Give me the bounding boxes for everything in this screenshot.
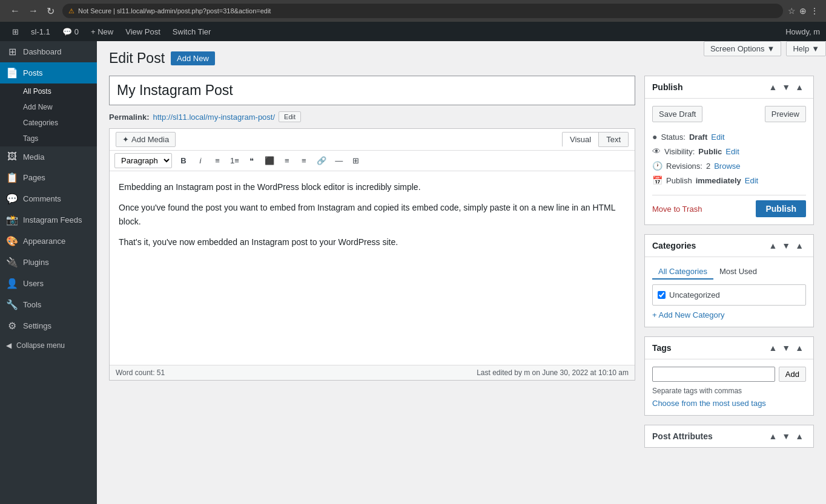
align-left-button[interactable]: ⬛ <box>261 154 278 168</box>
screen-options-button[interactable]: Screen Options ▼ <box>704 41 781 56</box>
instagram-icon: 📸 <box>6 214 18 226</box>
link-button[interactable]: 🔗 <box>313 154 330 168</box>
align-right-button[interactable]: ≡ <box>296 154 312 168</box>
screen-options-chevron-icon: ▼ <box>767 44 775 53</box>
italic-button[interactable]: i <box>193 154 208 168</box>
publish-actions: Save Draft Preview <box>652 106 806 122</box>
choose-tags-link[interactable]: Choose from the most used tags <box>652 399 766 408</box>
tags-toggle-down[interactable]: ▼ <box>779 342 793 354</box>
permalink-link[interactable]: http://sl11.local/my-instagram-post/ <box>153 113 275 122</box>
sidebar-panels: Publish ▲ ▼ ▲ Save Draft Preview ● <box>644 76 814 457</box>
publish-status-row: ● Status: Draft Edit <box>652 129 806 144</box>
revisions-value: 2 <box>706 162 710 171</box>
page-title: Edit Post <box>109 50 165 67</box>
categories-box-body: All Categories Most Used Uncategorized +… <box>645 257 813 327</box>
sidebar-item-plugins[interactable]: 🔌 Plugins <box>0 252 97 273</box>
categories-toggle-up[interactable]: ▲ <box>766 240 779 252</box>
more-button[interactable]: — <box>331 154 347 168</box>
refresh-button[interactable]: ↻ <box>44 4 58 18</box>
ordered-list-button[interactable]: 1≡ <box>226 154 243 168</box>
publish-timing-edit[interactable]: Edit <box>745 176 758 185</box>
publish-box-toggle-collapse[interactable]: ▲ <box>793 81 806 93</box>
sidebar-submenu-categories[interactable]: Categories <box>0 115 97 131</box>
tag-add-button[interactable]: Add <box>779 367 806 382</box>
categories-toggle-collapse[interactable]: ▲ <box>793 240 806 252</box>
sidebar-item-comments[interactable]: 💬 Comments <box>0 188 97 209</box>
post-attributes-toggle-up[interactable]: ▲ <box>766 430 779 442</box>
sidebar-label-plugins: Plugins <box>23 258 49 267</box>
help-label: Help <box>793 44 809 53</box>
screen-options-label: Screen Options <box>710 44 765 53</box>
sidebar-item-tools[interactable]: 🔧 Tools <box>0 294 97 315</box>
sidebar-item-settings[interactable]: ⚙ Settings <box>0 315 97 336</box>
categories-box-title: Categories <box>652 241 766 250</box>
forward-button[interactable]: → <box>25 4 41 18</box>
add-media-icon: ✦ <box>122 135 129 144</box>
visibility-edit-link[interactable]: Edit <box>725 147 739 156</box>
publish-box-toggle-down[interactable]: ▼ <box>779 81 793 93</box>
help-button[interactable]: Help ▼ <box>786 41 826 56</box>
switch-tier-item[interactable]: Switch Tier <box>167 22 217 41</box>
revisions-browse-link[interactable]: Browse <box>714 162 740 171</box>
post-title-input[interactable] <box>109 76 635 105</box>
top-right-controls: Screen Options ▼ Help ▼ <box>704 41 826 56</box>
permalink-edit-button[interactable]: Edit <box>279 111 301 122</box>
toolbar-toggle-button[interactable]: ⊞ <box>348 154 364 168</box>
tab-all-categories[interactable]: All Categories <box>652 264 713 280</box>
sidebar-label-dashboard: Dashboard <box>23 47 62 56</box>
sidebar-item-instagram-feeds[interactable]: 📸 Instagram Feeds <box>0 209 97 231</box>
category-checkbox-uncategorized[interactable] <box>658 291 666 299</box>
tag-input[interactable] <box>652 367 775 382</box>
editor-content[interactable]: Embedding an Instagram post in the WordP… <box>110 171 635 365</box>
align-center-button[interactable]: ≡ <box>279 154 295 168</box>
add-media-button[interactable]: ✦ Add Media <box>116 132 176 147</box>
sidebar-item-appearance[interactable]: 🎨 Appearance <box>0 231 97 252</box>
content-paragraph-3: That's it, you've now embedded an Instag… <box>119 235 626 249</box>
extensions-button[interactable]: ⊕ <box>799 6 807 16</box>
publish-box-toggle-up[interactable]: ▲ <box>766 81 779 93</box>
sidebar-item-media[interactable]: 🖼 Media <box>0 146 97 167</box>
sidebar-label-posts: Posts <box>23 68 43 77</box>
view-post-item[interactable]: View Post <box>119 22 167 41</box>
collapse-menu-item[interactable]: ◀ Collapse menu <box>0 336 97 355</box>
sidebar-item-pages[interactable]: 📋 Pages <box>0 167 97 188</box>
post-attributes-toggle-collapse[interactable]: ▲ <box>793 430 806 442</box>
address-bar[interactable]: ⚠ Not Secure | sl11.local/wp-admin/post.… <box>62 4 783 18</box>
post-attributes-meta-box: Post Attributes ▲ ▼ ▲ <box>644 425 814 448</box>
publish-button[interactable]: Publish <box>756 200 806 217</box>
sidebar-submenu-add-new[interactable]: Add New <box>0 99 97 115</box>
preview-button[interactable]: Preview <box>765 106 806 122</box>
save-draft-button[interactable]: Save Draft <box>652 106 702 122</box>
paragraph-select[interactable]: Paragraph <box>114 153 172 168</box>
sidebar-label-comments: Comments <box>23 194 61 203</box>
status-edit-link[interactable]: Edit <box>711 133 724 142</box>
back-button[interactable]: ← <box>7 4 23 18</box>
sidebar-item-users[interactable]: 👤 Users <box>0 273 97 294</box>
tag-input-row: Add <box>652 367 806 382</box>
new-item[interactable]: + New <box>85 22 119 41</box>
sidebar-item-dashboard[interactable]: ⊞ Dashboard <box>0 41 97 62</box>
sidebar-submenu-tags[interactable]: Tags <box>0 131 97 146</box>
sidebar-item-posts[interactable]: 📄 Posts <box>0 62 97 83</box>
move-to-trash-button[interactable]: Move to Trash <box>652 205 702 214</box>
sidebar-submenu-all-posts[interactable]: All Posts <box>0 83 97 99</box>
blockquote-button[interactable]: ❝ <box>244 154 260 168</box>
site-name-item[interactable]: sl-1.1 <box>25 22 56 41</box>
tags-toggle-collapse[interactable]: ▲ <box>793 342 806 354</box>
tab-text[interactable]: Text <box>599 132 629 147</box>
bold-button[interactable]: B <box>176 154 191 168</box>
bookmark-button[interactable]: ☆ <box>788 6 796 16</box>
unordered-list-button[interactable]: ≡ <box>210 154 225 168</box>
tab-visual[interactable]: Visual <box>562 132 599 147</box>
add-new-button[interactable]: Add New <box>171 51 215 65</box>
tab-most-used-categories[interactable]: Most Used <box>713 264 763 280</box>
menu-button[interactable]: ⋮ <box>810 6 819 16</box>
comments-item[interactable]: 💬 0 <box>56 22 85 41</box>
post-attributes-toggle-down[interactable]: ▼ <box>779 430 793 442</box>
add-new-category-link[interactable]: + Add New Category <box>652 310 806 319</box>
categories-box-header: Categories ▲ ▼ ▲ <box>645 235 813 257</box>
permalink-row: Permalink: http://sl11.local/my-instagra… <box>109 111 635 122</box>
categories-toggle-down[interactable]: ▼ <box>779 240 793 252</box>
wp-logo-item[interactable]: ⊞ <box>6 22 25 41</box>
tags-toggle-up[interactable]: ▲ <box>766 342 779 354</box>
